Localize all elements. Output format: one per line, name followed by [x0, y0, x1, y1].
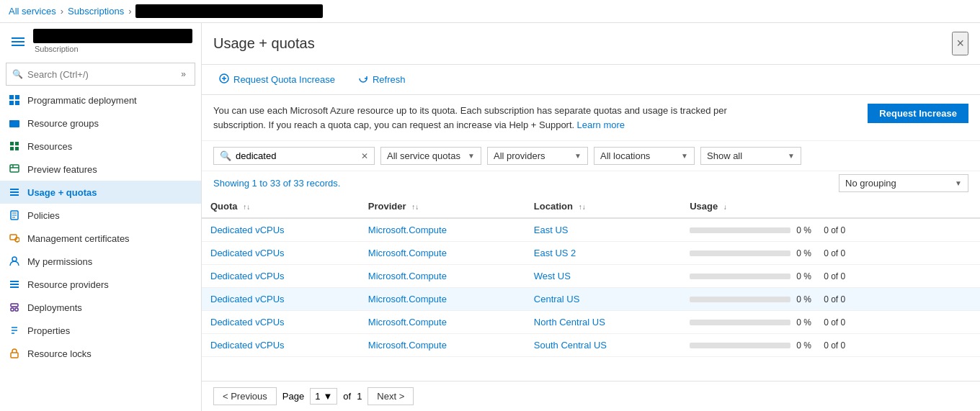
col-usage[interactable]: Usage ↓	[681, 195, 980, 218]
providers-dropdown[interactable]: All providers ▼	[487, 147, 588, 165]
sidebar-item-policies[interactable]: Policies	[0, 204, 201, 227]
grouping-dropdown[interactable]: No grouping ▼	[839, 174, 968, 192]
usage-bar-track-5	[690, 343, 790, 348]
search-filter[interactable]: 🔍 ✕	[213, 147, 375, 165]
sidebar-item-resource-providers[interactable]: Resource providers	[0, 273, 201, 296]
show-all-arrow-icon: ▼	[788, 152, 795, 160]
panel-header: Usage + quotas ×	[202, 23, 980, 65]
usage-bar-container-2: 0 % 0 of 0	[690, 271, 971, 281]
providers-label: All providers	[494, 150, 545, 161]
quota-link-4[interactable]: Dedicated vCPUs	[210, 317, 285, 328]
sidebar-subtitle: Subscription	[33, 45, 79, 53]
collapse-icon[interactable]: »	[178, 66, 189, 82]
provider-link-0[interactable]: Microsoft.Compute	[368, 225, 447, 235]
location-link-5[interactable]: South Central US	[534, 340, 607, 351]
quota-link-5[interactable]: Dedicated vCPUs	[210, 340, 285, 351]
sidebar-item-resource-groups[interactable]: Resource groups	[0, 112, 201, 135]
breadcrumb: All services › Subscriptions › Visual St…	[0, 0, 980, 23]
request-increase-button[interactable]: Request Increase	[868, 104, 968, 123]
filter-search-input[interactable]	[236, 150, 357, 161]
provider-link-3[interactable]: Microsoft.Compute	[368, 294, 447, 304]
page-select-arrow-icon: ▼	[323, 391, 332, 402]
panel-title: Usage + quotas	[213, 35, 315, 52]
cell-provider-2: Microsoft.Compute	[360, 265, 525, 288]
hamburger-icon[interactable]	[9, 35, 27, 49]
location-link-1[interactable]: East US 2	[534, 248, 576, 258]
provider-link-5[interactable]: Microsoft.Compute	[368, 340, 447, 351]
sidebar-label-preview-features: Preview features	[27, 164, 97, 175]
quota-link-1[interactable]: Dedicated vCPUs	[210, 248, 285, 258]
sidebar-item-resources[interactable]: Resources	[0, 135, 201, 158]
col-quota[interactable]: Quota ↑↓	[202, 195, 360, 218]
table-row: Dedicated vCPUs Microsoft.Compute West U…	[202, 265, 980, 288]
location-link-2[interactable]: West US	[534, 271, 571, 281]
svg-rect-5	[9, 120, 14, 122]
provider-link-2[interactable]: Microsoft.Compute	[368, 271, 447, 281]
search-input[interactable]	[27, 69, 178, 80]
usage-bar-track-1	[690, 250, 790, 256]
sidebar-item-my-permissions[interactable]: My permissions	[0, 250, 201, 273]
clear-filter-icon[interactable]: ✕	[361, 151, 368, 161]
svg-rect-8	[10, 147, 14, 150]
cell-location-4: North Central US	[525, 311, 681, 334]
breadcrumb-subscriptions[interactable]: Subscriptions	[68, 6, 124, 17]
sidebar-item-deployments[interactable]: Deployments	[0, 296, 201, 319]
col-quota-sort-icon[interactable]: ↑↓	[243, 203, 250, 211]
location-link-3[interactable]: Central US	[534, 294, 580, 304]
sidebar-item-properties[interactable]: Properties	[0, 319, 201, 342]
request-quota-button[interactable]: Request Quota Increase	[213, 71, 341, 89]
quota-link-0[interactable]: Dedicated vCPUs	[210, 225, 285, 235]
usage-count-4: 0 of 0	[824, 317, 845, 328]
sidebar-item-resource-locks[interactable]: Resource locks	[0, 342, 201, 365]
cell-provider-0: Microsoft.Compute	[360, 218, 525, 242]
svg-rect-1	[15, 95, 19, 99]
show-all-label: Show all	[707, 150, 742, 161]
location-link-0[interactable]: East US	[534, 225, 569, 235]
sidebar-nav: Programmatic deployment Resource groups …	[0, 89, 201, 411]
records-count: Showing 1 to 33 of 33 records.	[213, 178, 340, 189]
show-all-dropdown[interactable]: Show all ▼	[700, 147, 801, 165]
table-header-row: Quota ↑↓ Provider ↑↓ Location ↑↓	[202, 195, 980, 218]
cell-usage-5: 0 % 0 of 0	[681, 334, 980, 357]
provider-link-1[interactable]: Microsoft.Compute	[368, 248, 447, 258]
svg-rect-13	[10, 189, 19, 190]
service-quotas-dropdown[interactable]: All service quotas ▼	[380, 147, 481, 165]
close-button[interactable]: ×	[952, 32, 968, 55]
list-icon	[9, 279, 20, 290]
col-provider-sort-icon[interactable]: ↑↓	[411, 203, 419, 211]
col-usage-sort-icon[interactable]: ↓	[723, 203, 727, 211]
data-table: Quota ↑↓ Provider ↑↓ Location ↑↓	[202, 195, 980, 357]
learn-more-link[interactable]: Learn more	[577, 119, 625, 130]
table-row: Dedicated vCPUs Microsoft.Compute North …	[202, 311, 980, 334]
col-provider[interactable]: Provider ↑↓	[360, 195, 525, 218]
sidebar-label-resources: Resources	[27, 141, 72, 152]
quota-link-3[interactable]: Dedicated vCPUs	[210, 294, 285, 304]
cell-quota-3: Dedicated vCPUs	[202, 288, 360, 311]
svg-rect-24	[10, 281, 19, 282]
next-button[interactable]: Next >	[368, 387, 414, 405]
previous-button[interactable]: < Previous	[213, 387, 277, 405]
col-quota-label: Quota	[210, 201, 238, 212]
quota-link-2[interactable]: Dedicated vCPUs	[210, 271, 285, 281]
table-row: Dedicated vCPUs Microsoft.Compute South …	[202, 334, 980, 357]
sidebar-search-box[interactable]: 🔍 »	[6, 63, 195, 86]
usage-pct-2: 0 %	[796, 271, 818, 281]
usage-bar-track-2	[690, 274, 790, 279]
col-location-sort-icon[interactable]: ↑↓	[579, 203, 586, 211]
cell-provider-1: Microsoft.Compute	[360, 242, 525, 265]
refresh-button[interactable]: Refresh	[352, 71, 411, 89]
breadcrumb-all-services[interactable]: All services	[9, 6, 56, 17]
col-location[interactable]: Location ↑↓	[525, 195, 681, 218]
locations-dropdown[interactable]: All locations ▼	[594, 147, 695, 165]
provider-link-4[interactable]: Microsoft.Compute	[368, 317, 447, 328]
sidebar-item-preview-features[interactable]: Preview features	[0, 158, 201, 181]
usage-bar-container-5: 0 % 0 of 0	[690, 340, 971, 351]
usage-pct-0: 0 %	[796, 225, 818, 235]
sidebar-label-resource-providers: Resource providers	[27, 279, 109, 290]
sidebar-item-programmatic-deployment[interactable]: Programmatic deployment	[0, 89, 201, 112]
sidebar-item-management-certificates[interactable]: Management certificates	[0, 227, 201, 250]
usage-icon	[9, 186, 20, 198]
page-select[interactable]: 1 ▼	[310, 388, 337, 405]
sidebar-item-usage-quotas[interactable]: Usage + quotas	[0, 181, 201, 204]
location-link-4[interactable]: North Central US	[534, 317, 605, 328]
